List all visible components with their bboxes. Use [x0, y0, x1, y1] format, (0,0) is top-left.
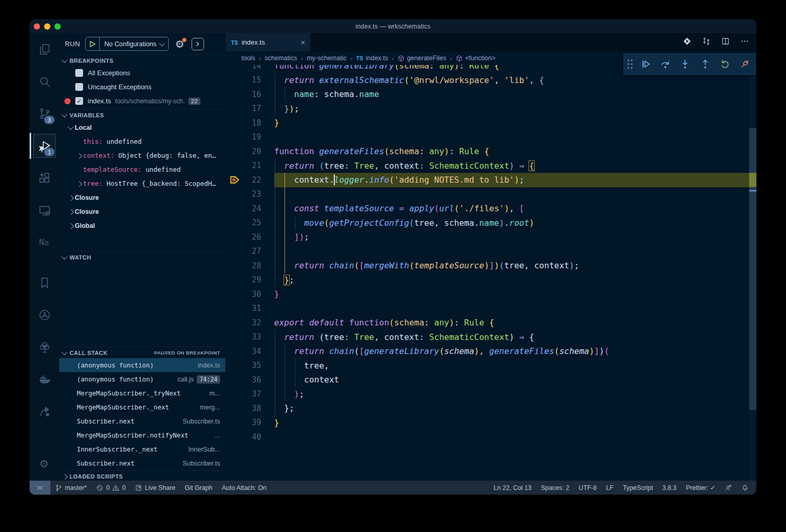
activity-test-explorer-icon[interactable]	[30, 331, 59, 363]
line-content[interactable]: return chain([generateLibrary(schema), g…	[274, 344, 756, 359]
activity-run-and-debug-icon[interactable]: 1	[30, 130, 59, 162]
breakpoint-row[interactable]: ✓index.tstools/schematics/my-sch...22	[59, 94, 225, 108]
scrollbar-slider[interactable]	[749, 128, 756, 410]
code-line-36[interactable]: 36 context	[226, 373, 756, 387]
activity-gitlens-icon[interactable]	[30, 299, 59, 331]
section-header-breakpoints[interactable]: BREAKPOINTS	[59, 54, 225, 66]
code-line-27[interactable]: 27	[226, 244, 756, 259]
statusbar-ts-version[interactable]: 3.8.3	[658, 481, 681, 495]
close-tab-icon[interactable]: ×	[301, 38, 305, 47]
restart-icon[interactable]	[715, 59, 735, 70]
code-line-37[interactable]: 37 );	[226, 387, 756, 402]
line-content[interactable]: context	[274, 373, 756, 387]
variable-row[interactable]: Global	[59, 219, 225, 233]
activity-source-control-icon[interactable]: 3	[30, 98, 59, 130]
code-line-21[interactable]: 21 return (tree: Tree, context: Schemati…	[226, 159, 756, 173]
statusbar-git-branch[interactable]: master*	[50, 481, 91, 495]
activity-extensions-icon[interactable]	[30, 162, 59, 194]
statusbar-live-share[interactable]: Live Share	[130, 481, 180, 495]
statusbar-git-graph[interactable]: Git Graph	[180, 481, 217, 495]
gutter[interactable]: 37	[226, 387, 274, 402]
callstack-row[interactable]: MergeMapSubscriber.notifyNext...	[59, 428, 225, 442]
step-over-icon[interactable]	[655, 59, 675, 70]
line-content[interactable]: export default function(schema: any): Ru…	[274, 316, 756, 330]
line-content[interactable]: };	[274, 401, 756, 416]
line-content[interactable]	[274, 302, 756, 316]
tab-index-ts[interactable]: TS index.ts ×	[226, 33, 310, 51]
variable-row[interactable]: tree: HostTree {_backend: ScopedH…	[59, 176, 225, 190]
run-or-debug-icon[interactable]	[683, 37, 692, 48]
gutter[interactable]: 32	[226, 316, 274, 330]
code-line-32[interactable]: 32export default function(schema: any): …	[226, 316, 756, 330]
code-line-40[interactable]: 40	[226, 430, 756, 444]
gutter[interactable]: 30	[226, 287, 274, 302]
gutter[interactable]: 14	[226, 65, 274, 73]
code-line-29[interactable]: 29 };	[226, 273, 756, 288]
code-line-33[interactable]: 33 return (tree: Tree, context: Schemati…	[226, 330, 756, 345]
scrollbar[interactable]	[749, 65, 756, 481]
gutter[interactable]: 24	[226, 201, 274, 216]
line-content[interactable]: const templateSource = apply(url('./file…	[274, 201, 756, 216]
gutter[interactable]: 39	[226, 416, 274, 430]
line-content[interactable]: );	[274, 387, 756, 402]
section-header-loaded-scripts[interactable]: LOADED SCRIPTS	[59, 470, 225, 482]
line-content[interactable]: return chain([mergeWith(templateSource)]…	[274, 258, 756, 273]
activity-live-share-icon[interactable]	[30, 395, 59, 428]
gutter[interactable]: 38	[226, 401, 274, 416]
line-content[interactable]: context.logger.info('adding NOTES.md to …	[274, 173, 756, 187]
line-content[interactable]	[274, 187, 756, 202]
configure-gear-icon[interactable]: ⚙	[175, 39, 184, 49]
variable-row[interactable]: Local	[59, 120, 225, 134]
line-content[interactable]: ]);	[274, 230, 756, 244]
section-header-variables[interactable]: VARIABLES	[59, 109, 225, 120]
line-content[interactable]: return (tree: Tree, context: SchematicCo…	[274, 330, 756, 345]
line-content[interactable]: function generateFiles(schema: any): Rul…	[274, 144, 756, 159]
code-line-24[interactable]: 24 const templateSource = apply(url('./f…	[226, 201, 756, 216]
code-line-16[interactable]: 16 name: schema.name	[226, 87, 756, 102]
gutter[interactable]: 34	[226, 344, 274, 359]
breadcrumb-item[interactable]: generateFiles	[398, 54, 446, 62]
code-line-39[interactable]: 39}	[226, 416, 756, 430]
line-content[interactable]: });	[274, 102, 756, 116]
line-content[interactable]	[274, 430, 756, 444]
section-header-call-stack[interactable]: CALL STACKPAUSED ON BREAKPOINT	[59, 347, 225, 358]
activity-bookmarks-icon[interactable]	[30, 267, 59, 299]
callstack-row[interactable]: Subscriber.nextSubscriber.ts	[59, 456, 225, 470]
gutter[interactable]: 16	[226, 87, 274, 102]
code-line-34[interactable]: 34 return chain([generateLibrary(schema)…	[226, 344, 756, 359]
variable-row[interactable]: Closure	[59, 204, 225, 219]
breadcrumb-item[interactable]: TSindex.ts	[356, 54, 388, 62]
line-content[interactable]: };	[274, 273, 756, 288]
activity-search-icon[interactable]	[30, 65, 59, 98]
callstack-row[interactable]: (anonymous function)call.js74:24	[59, 372, 225, 386]
breadcrumb-item[interactable]: schematics	[265, 54, 297, 62]
gutter[interactable]: 23	[226, 187, 274, 202]
statusbar-indentation[interactable]: Spaces: 2	[536, 481, 574, 495]
code-line-19[interactable]: 19	[226, 130, 756, 145]
breadcrumb-item[interactable]: tools	[241, 54, 255, 62]
statusbar-notifications[interactable]	[737, 481, 753, 495]
gutter[interactable]: 35	[226, 359, 274, 373]
step-out-icon[interactable]	[695, 59, 715, 70]
statusbar-problems[interactable]: 00	[91, 481, 130, 495]
code-line-25[interactable]: 25 move(getProjectConfig(tree, schema.na…	[226, 216, 756, 230]
statusbar-cursor-position[interactable]: Ln 22, Col 13	[489, 481, 536, 495]
section-header-watch[interactable]: WATCH	[59, 251, 225, 263]
line-content[interactable]	[274, 130, 756, 145]
gutter[interactable]: 33	[226, 330, 274, 345]
line-content[interactable]: return (tree: Tree, context: SchematicCo…	[274, 159, 756, 173]
callstack-row[interactable]: MergeMapSubscriber._tryNextm...	[59, 386, 225, 400]
more-actions-icon[interactable]	[740, 37, 749, 48]
gutter[interactable]: 28	[226, 258, 274, 273]
gutter[interactable]: 19	[226, 130, 274, 145]
statusbar-language-mode[interactable]: TypeScript	[618, 481, 658, 495]
start-debug-icon[interactable]	[86, 37, 100, 50]
gutter[interactable]: 26	[226, 230, 274, 244]
debug-console-icon[interactable]	[192, 38, 204, 50]
callstack-row[interactable]: InnerSubscriber._nextInnerSub...	[59, 442, 225, 456]
gutter[interactable]: 18	[226, 116, 274, 130]
activity-remote-explorer-icon[interactable]	[30, 194, 59, 226]
code-line-35[interactable]: 35 tree,	[226, 359, 756, 373]
gutter[interactable]: 17	[226, 102, 274, 116]
breakpoint-row[interactable]: All Exceptions	[59, 66, 225, 80]
